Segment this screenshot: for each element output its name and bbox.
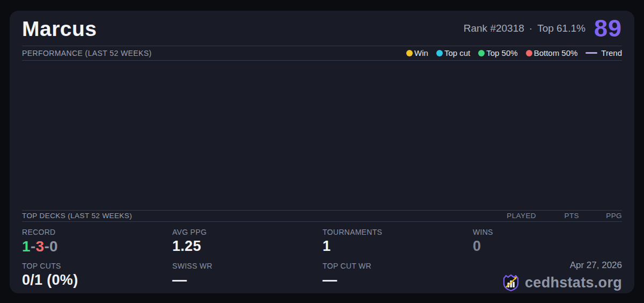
win-dot-icon: [406, 50, 413, 56]
legend-label-bottom-50: Bottom 50%: [534, 48, 578, 57]
column-header-pts: PTS: [536, 212, 579, 220]
bottom-50-dot-icon: [526, 50, 532, 56]
performance-section-bar: PERFORMANCE (LAST 52 WEEKS) Win Top cut …: [22, 46, 622, 61]
top-decks-section-title: TOP DECKS (LAST 52 WEEKS): [22, 212, 132, 220]
stat-tournaments: TOURNAMENTS 1: [323, 228, 473, 256]
stats-grid: RECORD 1-3-0 AVG PPG 1.25 TOURNAMENTS 1 …: [10, 222, 634, 293]
stat-wins-value: 0: [473, 239, 622, 254]
top-percent: Top 61.1%: [537, 23, 586, 34]
card-header: Marcus Rank #20318·Top 61.1% 89: [22, 11, 622, 46]
top-cut-dot-icon: [436, 50, 443, 56]
legend-label-trend: Trend: [601, 48, 622, 57]
stat-swiss-wr: SWISS WR —: [172, 256, 323, 293]
top-decks-section-bar: TOP DECKS (LAST 52 WEEKS) PLAYED PTS PPG: [22, 211, 622, 222]
record-separator: -: [31, 238, 36, 255]
legend-label-top-50: Top 50%: [486, 48, 517, 57]
legend-item-trend: Trend: [586, 48, 622, 57]
chart-legend: Win Top cut Top 50% Bottom 50% Trend: [406, 48, 622, 57]
legend-item-top-cut: Top cut: [436, 48, 470, 57]
record-separator: -: [44, 238, 49, 255]
player-stats-card: Marcus Rank #20318·Top 61.1% 89 PERFORMA…: [10, 11, 634, 293]
stat-wins: WINS 0: [473, 228, 622, 256]
stat-record-label: RECORD: [22, 228, 172, 236]
stat-swiss-wr-label: SWISS WR: [172, 262, 323, 270]
header-rank-block: Rank #20318·Top 61.1% 89: [464, 16, 622, 40]
stat-avg-ppg-label: AVG PPG: [172, 228, 323, 236]
record-losses: 3: [36, 238, 45, 255]
record-wins: 1: [22, 238, 31, 255]
rank-separator: ·: [529, 23, 532, 34]
stat-avg-ppg-value: 1.25: [172, 239, 323, 254]
stat-avg-ppg: AVG PPG 1.25: [172, 228, 323, 256]
footer-date: Apr 27, 2026: [570, 260, 622, 271]
stat-record: RECORD 1-3-0: [22, 228, 172, 256]
stat-wins-label: WINS: [473, 228, 622, 236]
legend-item-win: Win: [406, 48, 428, 57]
stat-tournaments-label: TOURNAMENTS: [323, 228, 473, 236]
stat-top-cut-wr-value: —: [323, 273, 473, 287]
stat-top-cuts-label: TOP CUTS: [22, 262, 172, 270]
legend-label-win: Win: [414, 48, 428, 57]
cedhstats-shield-logo-icon: [501, 272, 521, 293]
brand-text: cedhstats.org: [525, 275, 622, 291]
stat-tournaments-value: 1: [323, 239, 473, 254]
player-score: 89: [594, 16, 622, 40]
stat-top-cut-wr: TOP CUT WR —: [323, 256, 473, 293]
legend-item-bottom-50: Bottom 50%: [526, 48, 578, 57]
stat-record-value: 1-3-0: [22, 239, 172, 254]
column-header-ppg: PPG: [579, 212, 622, 220]
footer: Apr 27, 2026 cedhstats.org: [473, 256, 622, 293]
stat-swiss-wr-value: —: [172, 273, 323, 287]
legend-label-top-cut: Top cut: [444, 48, 470, 57]
legend-item-top-50: Top 50%: [478, 48, 517, 57]
rank-number: Rank #20318: [464, 23, 524, 34]
stat-top-cut-wr-label: TOP CUT WR: [323, 262, 473, 270]
brand: cedhstats.org: [501, 272, 622, 293]
rank-text: Rank #20318·Top 61.1%: [464, 23, 586, 34]
top-decks-column-headers: PLAYED PTS PPG: [493, 212, 622, 220]
player-name: Marcus: [22, 17, 97, 39]
record-draws: 0: [49, 238, 58, 255]
performance-chart-plot-area: [22, 61, 622, 211]
stat-top-cuts: TOP CUTS 0/1 (0%): [22, 256, 172, 293]
stat-top-cuts-value: 0/1 (0%): [22, 273, 172, 287]
top-50-dot-icon: [478, 50, 485, 56]
column-header-played: PLAYED: [493, 212, 536, 220]
trend-line-icon: [586, 52, 597, 54]
performance-section-title: PERFORMANCE (LAST 52 WEEKS): [22, 49, 152, 57]
